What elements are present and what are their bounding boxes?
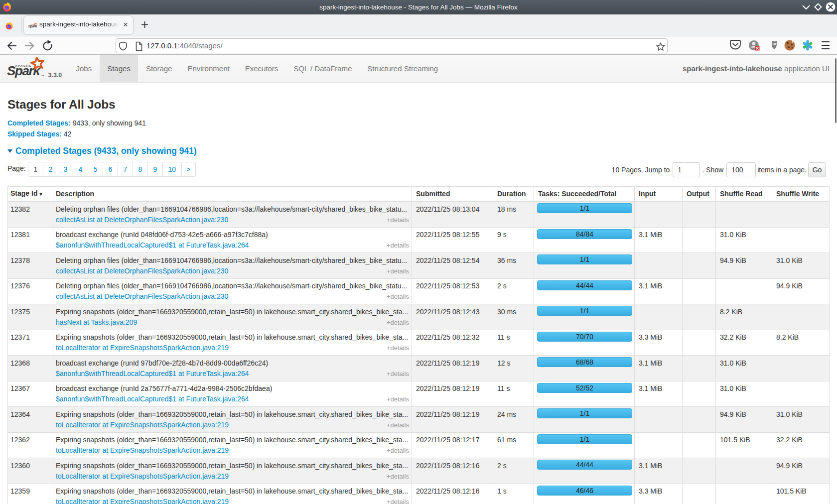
svg-text:UO: UO <box>773 42 778 46</box>
svg-text:TM: TM <box>41 74 44 77</box>
